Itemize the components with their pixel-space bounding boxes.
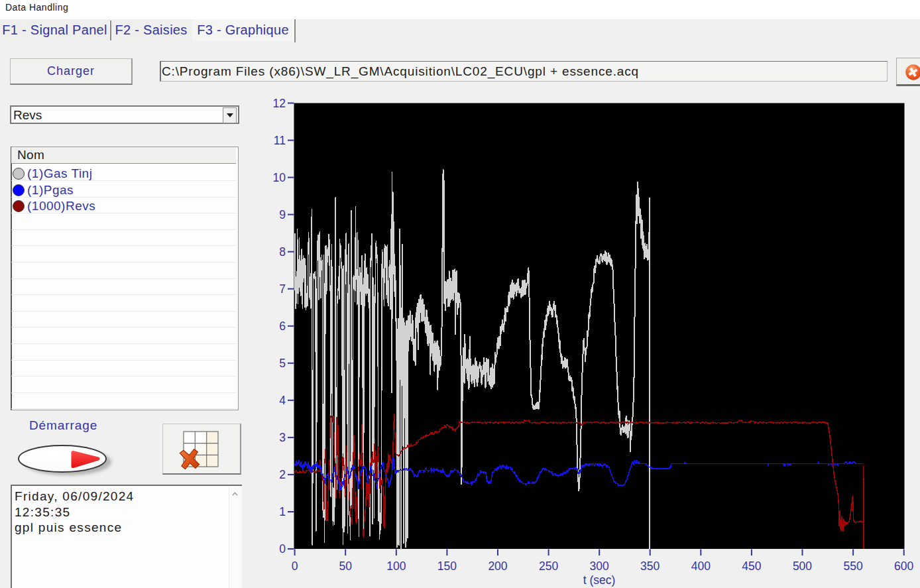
svg-text:t (sec): t (sec) (583, 573, 616, 587)
svg-text:8: 8 (279, 245, 286, 259)
svg-text:12: 12 (273, 97, 286, 110)
svg-text:0: 0 (292, 559, 298, 573)
svg-text:200: 200 (488, 559, 507, 573)
svg-text:7: 7 (279, 282, 286, 296)
svg-text:300: 300 (590, 559, 609, 573)
svg-text:450: 450 (742, 559, 761, 573)
svg-text:3: 3 (279, 431, 286, 444)
svg-text:5: 5 (279, 357, 286, 370)
svg-text:1: 1 (279, 505, 286, 518)
svg-text:10: 10 (273, 171, 286, 184)
svg-text:6: 6 (279, 320, 286, 333)
svg-text:11: 11 (274, 134, 286, 147)
svg-text:9: 9 (279, 208, 286, 221)
svg-text:600: 600 (894, 559, 913, 573)
svg-text:0: 0 (279, 542, 286, 556)
svg-text:250: 250 (539, 559, 558, 573)
svg-text:150: 150 (437, 559, 457, 573)
svg-text:400: 400 (691, 559, 711, 573)
svg-text:500: 500 (793, 559, 812, 573)
svg-text:350: 350 (640, 559, 660, 573)
svg-text:50: 50 (339, 559, 352, 573)
svg-text:4: 4 (279, 394, 286, 407)
svg-text:550: 550 (843, 559, 862, 573)
svg-text:2: 2 (279, 468, 286, 481)
svg-text:100: 100 (386, 559, 406, 573)
